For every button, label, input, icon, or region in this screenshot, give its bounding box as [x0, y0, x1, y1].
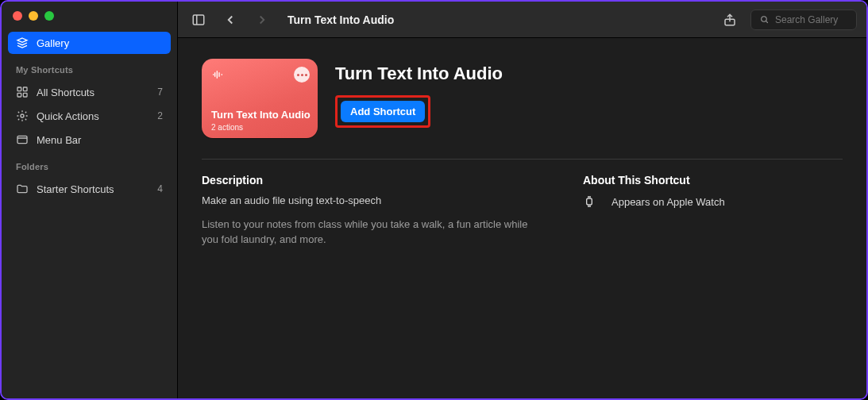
- card-title: Turn Text Into Audio: [211, 109, 311, 121]
- description-column: Description Make an audio file using tex…: [202, 174, 535, 248]
- add-shortcut-highlight: Add Shortcut: [335, 95, 430, 128]
- share-button[interactable]: [719, 10, 741, 29]
- svg-point-4: [21, 114, 24, 117]
- about-feature-label: Appears on Apple Watch: [611, 196, 725, 208]
- search-field[interactable]: [750, 10, 857, 30]
- svg-rect-1: [23, 87, 27, 91]
- card-subtitle: 2 actions: [211, 123, 243, 132]
- svg-rect-0: [17, 87, 21, 91]
- sidebar-section-folders: Folders: [2, 151, 177, 175]
- close-window-button[interactable]: [13, 11, 22, 21]
- svg-rect-2: [17, 93, 21, 97]
- description-heading: Description: [202, 174, 535, 187]
- gear-icon: [16, 110, 29, 122]
- about-column: About This Shortcut Appears on Apple Wat…: [583, 174, 725, 248]
- search-icon: [758, 13, 770, 26]
- add-shortcut-button[interactable]: Add Shortcut: [341, 101, 425, 122]
- app-window: Gallery My Shortcuts All Shortcuts 7 Qui…: [0, 0, 868, 400]
- shortcut-title: Turn Text Into Audio: [335, 63, 503, 84]
- sidebar-item-menu-bar[interactable]: Menu Bar: [8, 129, 171, 151]
- window-controls: [2, 2, 177, 29]
- sidebar-item-label: Starter Shortcuts: [37, 183, 114, 195]
- svg-rect-9: [587, 198, 592, 205]
- content: Turn Text Into Audio 2 actions Turn Text…: [178, 38, 866, 398]
- sidebar-item-label: Gallery: [37, 37, 69, 49]
- sidebar: Gallery My Shortcuts All Shortcuts 7 Qui…: [2, 2, 178, 398]
- sidebar-section-my-shortcuts: My Shortcuts: [2, 54, 177, 78]
- back-button[interactable]: [219, 10, 241, 29]
- forward-button[interactable]: [251, 10, 273, 29]
- svg-rect-3: [23, 93, 27, 97]
- main-area: Turn Text Into Audio Turn Text Into: [178, 2, 866, 398]
- about-feature-row: Appears on Apple Watch: [583, 194, 725, 209]
- sidebar-item-label: All Shortcuts: [37, 87, 95, 98]
- toggle-sidebar-button[interactable]: [187, 10, 210, 29]
- hero-text: Turn Text Into Audio Add Shortcut: [335, 59, 503, 128]
- about-heading: About This Shortcut: [583, 174, 725, 187]
- grid-icon: [16, 86, 29, 98]
- sidebar-item-count: 7: [157, 87, 163, 98]
- description-lede: Make an audio file using text-to-speech: [202, 194, 535, 206]
- sidebar-item-starter-shortcuts[interactable]: Starter Shortcuts 4: [8, 178, 171, 200]
- divider: [202, 159, 843, 160]
- detail-columns: Description Make an audio file using tex…: [202, 174, 843, 248]
- description-body: Listen to your notes from class while yo…: [202, 217, 535, 248]
- sidebar-item-quick-actions[interactable]: Quick Actions 2: [8, 105, 171, 127]
- shortcut-card[interactable]: Turn Text Into Audio 2 actions: [202, 59, 318, 138]
- svg-point-8: [761, 17, 766, 21]
- menubar-icon: [16, 133, 29, 146]
- svg-rect-6: [193, 15, 204, 25]
- sidebar-item-gallery[interactable]: Gallery: [8, 32, 171, 54]
- sidebar-item-count: 2: [157, 110, 163, 121]
- sidebar-item-all-shortcuts[interactable]: All Shortcuts 7: [8, 81, 171, 103]
- search-input[interactable]: [775, 14, 850, 25]
- svg-rect-5: [17, 136, 27, 143]
- zoom-window-button[interactable]: [44, 11, 54, 21]
- sidebar-item-label: Menu Bar: [37, 134, 81, 146]
- stack-icon: [16, 37, 29, 49]
- waveform-icon: [211, 68, 224, 81]
- folder-icon: [16, 183, 29, 195]
- hero: Turn Text Into Audio 2 actions Turn Text…: [202, 59, 843, 138]
- card-more-button[interactable]: [294, 67, 310, 83]
- toolbar: Turn Text Into Audio: [178, 2, 866, 38]
- sidebar-item-label: Quick Actions: [37, 110, 99, 122]
- sidebar-item-count: 4: [157, 183, 163, 194]
- minimize-window-button[interactable]: [29, 11, 38, 21]
- apple-watch-icon: [583, 194, 596, 209]
- page-title: Turn Text Into Audio: [287, 13, 394, 26]
